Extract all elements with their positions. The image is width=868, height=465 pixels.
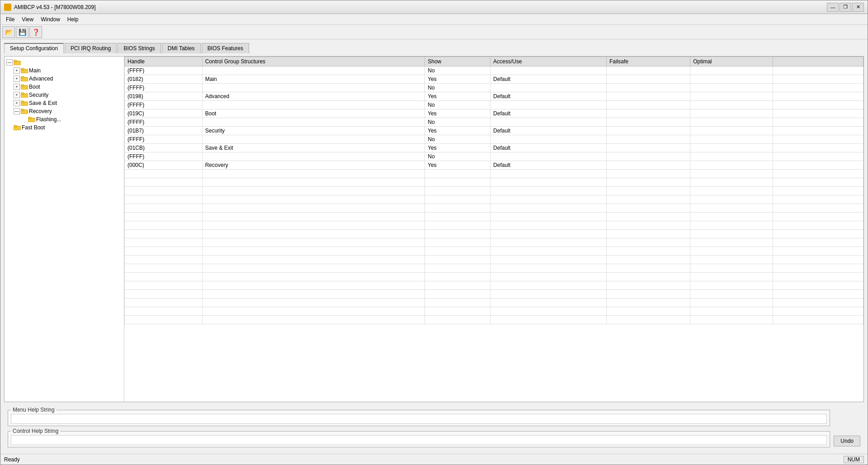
cell-empty [202,299,425,307]
table-row-empty [125,290,863,299]
cell-empty [773,273,863,281]
undo-button[interactable]: Undo [834,436,860,446]
cell-group: Save & Exit [202,144,425,152]
expand-boot[interactable]: + [14,84,20,90]
cell-empty [690,238,773,247]
tree-panel[interactable]: — + Main + [5,57,124,402]
minimize-button[interactable]: — [827,3,839,12]
cell-show: No [425,135,491,144]
tab-bios-strings[interactable]: BIOS Strings [118,43,160,53]
cell-empty [773,213,863,221]
boot-folder-icon [21,84,28,90]
cell-empty [202,247,425,256]
tree-item-main[interactable]: + Main [5,66,124,75]
cell-access: Default [491,161,607,170]
table-row[interactable]: (FFFF)No [125,118,863,127]
tree-item-boot[interactable]: + Boot [5,83,124,91]
tree-item-advanced[interactable]: + Advanced [5,75,124,83]
expand-root[interactable]: — [6,59,13,66]
fast-boot-label: Fast Boot [22,124,45,131]
close-button[interactable]: ✕ [852,3,864,12]
table-header-row: Handle Control Group Structures Show Acc… [125,57,863,66]
cell-empty [125,316,203,324]
cell-empty [425,299,491,307]
restore-button[interactable]: ❐ [840,3,851,12]
tree-item-root[interactable]: — [5,58,124,66]
menu-help-input[interactable] [11,414,827,424]
table-row[interactable]: (019C)BootYesDefault [125,109,863,118]
cell-show: Yes [425,127,491,135]
table-row-empty [125,307,863,316]
tree-item-security[interactable]: + Security [5,91,124,99]
menu-help[interactable]: Help [64,15,82,24]
table-row[interactable]: (FFFF)No [125,84,863,92]
cell-handle: (01CB) [125,144,203,152]
cell-empty [690,230,773,238]
tab-dmi-tables[interactable]: DMI Tables [162,43,201,53]
help-button[interactable]: ❓ [29,26,42,38]
cell-failsafe [606,135,690,144]
table-panel[interactable]: Handle Control Group Structures Show Acc… [124,57,863,402]
tree-item-save-exit[interactable]: + Save & Exit [5,99,124,107]
col-access: Access/Use [491,57,607,66]
cell-failsafe [606,66,690,75]
cell-show: No [425,118,491,127]
table-row[interactable]: (0182)MainYesDefault [125,75,863,84]
tab-pci-irq[interactable]: PCI IRQ Routing [65,43,117,53]
col-group: Control Group Structures [202,57,425,66]
fast-boot-folder-icon [14,125,21,130]
expand-advanced[interactable]: + [14,76,20,82]
cell-optimal [690,127,773,135]
cell-failsafe [606,127,690,135]
cell-handle: (0198) [125,92,203,101]
toolbar: 📂 💾 ❓ [0,25,868,39]
cell-empty [690,170,773,178]
table-row[interactable]: (01CB)Save & ExitYesDefault [125,144,863,152]
cell-handle: (000C) [125,161,203,170]
tree-item-fast-boot[interactable]: Fast Boot [5,123,124,132]
cell-empty [425,170,491,178]
cell-handle: (FFFF) [125,66,203,75]
cell-empty [491,316,607,324]
cell-handle: (01B7) [125,127,203,135]
expand-save-exit[interactable]: + [14,100,20,106]
save-exit-folder-icon [21,100,28,106]
table-body: (FFFF)No(0182)MainYesDefault(FFFF)No(019… [125,66,863,324]
flashing-folder-icon [28,117,35,122]
save-button[interactable]: 💾 [16,26,28,38]
tree-item-flashing[interactable]: Flashing... [5,115,124,123]
table-row[interactable]: (FFFF)No [125,66,863,75]
cell-empty [202,264,425,273]
table-row[interactable]: (FFFF)No [125,101,863,109]
cell-empty [202,195,425,204]
cell-empty [425,187,491,195]
cell-access: Default [491,75,607,84]
control-help-input[interactable] [11,435,827,445]
table-row[interactable]: (0198)AdvancedYesDefault [125,92,863,101]
cell-optimal [690,161,773,170]
table-row[interactable]: (FFFF)No [125,135,863,144]
table-row[interactable]: (000C)RecoveryYesDefault [125,161,863,170]
cell-empty [491,281,607,290]
table-row[interactable]: (FFFF)No [125,152,863,161]
menu-file[interactable]: File [2,15,18,24]
tab-bios-features[interactable]: BIOS Features [202,43,249,53]
menu-view[interactable]: View [18,15,37,24]
cell-empty [425,316,491,324]
expand-main[interactable]: + [14,67,20,74]
cell-access [491,84,607,92]
cell-extra [773,161,863,170]
svg-rect-13 [21,109,24,111]
cell-empty [773,221,863,230]
open-button[interactable]: 📂 [2,26,15,38]
menu-window[interactable]: Window [37,15,64,24]
main-panel: — + Main + [4,56,864,402]
cell-optimal [690,144,773,152]
expand-security[interactable]: + [14,92,20,98]
cell-empty [690,290,773,299]
table-row[interactable]: (01B7)SecurityYesDefault [125,127,863,135]
expand-recovery[interactable]: — [14,108,20,114]
tab-setup-configuration[interactable]: Setup Configuration [4,43,64,53]
cell-show: No [425,152,491,161]
tree-item-recovery[interactable]: — Recovery [5,107,124,115]
